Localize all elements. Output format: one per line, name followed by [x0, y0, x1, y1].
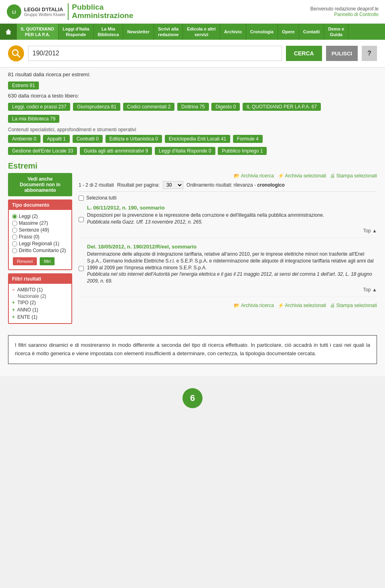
vedi-anche-button[interactable]: Vedi anche Documenti non in abbonamento	[8, 173, 72, 196]
archivia-ricerca-bottom-link[interactable]: 📂 Archivia ricerca	[234, 303, 274, 308]
plus-icon-anno: +	[12, 307, 15, 313]
tag-ambiente[interactable]: Ambiente 0	[8, 135, 41, 143]
stampa-selezionati-bottom-link[interactable]: 🖨 Stampa selezionati	[330, 303, 377, 308]
tipo-documento-buttons: Rimuovi filtri	[12, 256, 68, 267]
result-checkbox-1[interactable]	[79, 205, 84, 234]
result-top-1[interactable]: Top	[87, 228, 377, 234]
cerca-button[interactable]: CERCA	[286, 46, 322, 61]
result-title-1[interactable]: L. 06/11/2012, n. 190, sommario	[87, 205, 165, 211]
archivia-ricerca-link[interactable]: 📂 Archivia ricerca	[234, 173, 274, 179]
search-icon	[8, 45, 24, 61]
tag-giuris[interactable]: Giurisprudenza 81	[73, 103, 120, 111]
nav-biblioteca[interactable]: La Mia Biblioteca	[94, 24, 124, 40]
nav-opere[interactable]: Opere	[278, 24, 299, 40]
filtri-anno[interactable]: + ANNO (1)	[12, 306, 68, 313]
rimuovi-button[interactable]: Rimuovi	[13, 257, 37, 265]
tag-gestione[interactable]: Gestione dell'Ente Locale 33	[8, 147, 77, 155]
result-checkbox-2[interactable]	[79, 244, 84, 293]
radio-prassi[interactable]: Prassi (0)	[12, 234, 68, 240]
filtri-ambito-label: AMBITO (1)	[17, 287, 43, 293]
result-item-1: L. 06/11/2012, n. 190, sommario Disposiz…	[79, 205, 377, 238]
tag-contratti[interactable]: Contratti 0	[73, 135, 103, 143]
filtri-anno-label: ANNO (1)	[17, 307, 38, 313]
page-indicator: 6	[0, 388, 385, 408]
nav-demo[interactable]: Demo e Guida	[324, 24, 349, 40]
nav-contatti[interactable]: Contatti	[299, 24, 324, 40]
tags-row2: La mia Biblioteca 79	[8, 114, 377, 124]
radio-prassi-label: Prassi (0)	[19, 234, 39, 240]
per-pagina-select[interactable]: 30 50 100	[163, 181, 183, 189]
results-area: 📂 Archivia ricerca ⚡ Archivia selezionat…	[72, 173, 377, 327]
tag-enciclopedia[interactable]: Enciclopedia Enti Locali 41	[165, 135, 230, 143]
tags-row1: Leggi, codici e prassi 237 Giurisprudenz…	[8, 102, 377, 112]
svg-marker-2	[6, 29, 11, 35]
result-title-2[interactable]: Del. 18/05/2012, n. 190/2012/R/eel, somm…	[87, 244, 197, 250]
nav-leggi[interactable]: Leggi d'Italia Risponde	[59, 24, 94, 40]
select-all-checkbox[interactable]	[79, 195, 84, 201]
radio-sentenze[interactable]: Sentenze (49)	[12, 227, 68, 233]
estremi-tag[interactable]: Estremi 81	[8, 81, 39, 90]
info-box-text: I filtri saranno dinamici e di mostreran…	[15, 342, 370, 356]
tag-edilizia[interactable]: Edilizia e Urbanistica 0	[105, 135, 162, 143]
page-number: 6	[182, 388, 203, 408]
logo-right-line2: Amministrazione	[72, 12, 133, 20]
result-content-1: L. 06/11/2012, n. 190, sommario Disposiz…	[87, 205, 377, 234]
estremi-count: 81 risultati dalla ricerca per estremi:	[8, 71, 377, 77]
tags-specialist1: Ambiente 0 Appalti 1 Contratti 0 Edilizi…	[8, 134, 377, 144]
lightning-icon: ⚡	[278, 173, 284, 179]
select-all-label: Seleziona tutti	[86, 195, 116, 201]
nav-quotidiano[interactable]: IL QUOTIDIANO PER LA P.A.	[17, 24, 59, 40]
radio-leggi-label: Leggi (2)	[19, 214, 38, 219]
filtri-tipo[interactable]: + TIPO (2)	[12, 299, 68, 306]
filtri-ambito[interactable]: − AMBITO (1)	[12, 286, 68, 293]
svg-text:LI: LI	[12, 10, 16, 14]
tag-digesto[interactable]: Digesto 0	[211, 103, 240, 111]
ordinamento-label: Ordinamento risultati: rilevanza - crono…	[186, 182, 285, 188]
nav-scrivi[interactable]: Scrivi alla redazione	[154, 24, 183, 40]
radio-comunitario-label: Diritto Comunitario (2)	[19, 248, 66, 253]
tag-guida[interactable]: Guida agli atti amministrativi 9	[80, 147, 152, 155]
filtri-ente[interactable]: + ENTE (1)	[12, 313, 68, 321]
logo: LI LEGGI D'ITALIA Gruppo Wolters Kluwer …	[6, 3, 133, 20]
nav-newsletter[interactable]: Newsletter	[123, 24, 154, 40]
main-layout: Vedi anche Documenti non in abbonamento …	[8, 173, 377, 327]
radio-massime[interactable]: Massime (27)	[12, 220, 68, 226]
radio-comunitario[interactable]: Diritto Comunitario (2)	[12, 248, 68, 253]
tag-leggi[interactable]: Leggi, codici e prassi 237	[8, 103, 70, 111]
stampa-selezionati-link[interactable]: 🖨 Stampa selezionati	[330, 173, 377, 179]
pulisci-button[interactable]: PULISCI	[326, 46, 358, 61]
print-icon-bottom: 🖨	[330, 303, 335, 308]
result-desc-1: Disposizioni per la prevenzione e la rep…	[87, 212, 377, 226]
nav-cronologia[interactable]: Cronologia	[246, 24, 278, 40]
nav-edicola[interactable]: Edicola e altri servizi	[183, 24, 220, 40]
logo-left: LEGGI D'ITALIA Gruppo Wolters Kluwer	[24, 6, 65, 17]
tipo-documento-content: Leggi (2) Massime (27) Sentenze (49) Pra…	[9, 210, 71, 269]
logo-icon: LI	[6, 4, 22, 19]
archivia-selezionati-bottom-link[interactable]: ⚡ Archivia selezionati	[278, 303, 326, 308]
tag-formule[interactable]: Formule 4	[233, 135, 263, 143]
archivia-selezionati-link[interactable]: ⚡ Archivia selezionati	[278, 173, 326, 179]
help-button[interactable]: ?	[362, 46, 377, 61]
filtri-risultati-title: Filtri risultati	[9, 274, 71, 284]
radio-leggi[interactable]: Leggi (2)	[12, 214, 68, 219]
nav-home-icon[interactable]	[0, 24, 17, 40]
tag-dottrina[interactable]: Dottrina 75	[177, 103, 209, 111]
tag-pubblico-impiego[interactable]: Pubblico Impiego 1	[218, 147, 267, 155]
tag-quotidiano[interactable]: IL QUOTIDIANO PER LA P.A. 67	[243, 103, 321, 111]
free-text-count: 630 dalla ricerca a testo libero:	[8, 93, 377, 99]
tag-appalti[interactable]: Appalti 1	[43, 135, 70, 143]
filtri-ambito-sub: Nazionale (2)	[12, 293, 68, 299]
filtri-ente-label: ENTE (1)	[17, 314, 37, 320]
results-toolbar-top: 📂 Archivia ricerca ⚡ Archivia selezionat…	[79, 173, 377, 179]
radio-regionali[interactable]: Leggi Regionali (1)	[12, 241, 68, 246]
nav-archivio[interactable]: Archivio	[220, 24, 246, 40]
results-meta: 1 - 2 di 2 risultati Risultati per pagin…	[79, 181, 377, 192]
tag-leggi-risponde[interactable]: Leggi d'Italia Risponde 0	[155, 147, 215, 155]
result-top-2[interactable]: Top	[87, 287, 377, 293]
tag-codici[interactable]: Codici commentati 2	[123, 103, 175, 111]
search-input[interactable]	[28, 46, 282, 61]
pannello-link[interactable]: Pannello di Controllo	[334, 12, 379, 17]
filtri-button[interactable]: filtri	[40, 257, 55, 265]
tag-mia-biblioteca[interactable]: La mia Biblioteca 79	[8, 115, 59, 123]
filtri-risultati-content: − AMBITO (1) Nazionale (2) + TIPO (2) + …	[9, 284, 71, 323]
